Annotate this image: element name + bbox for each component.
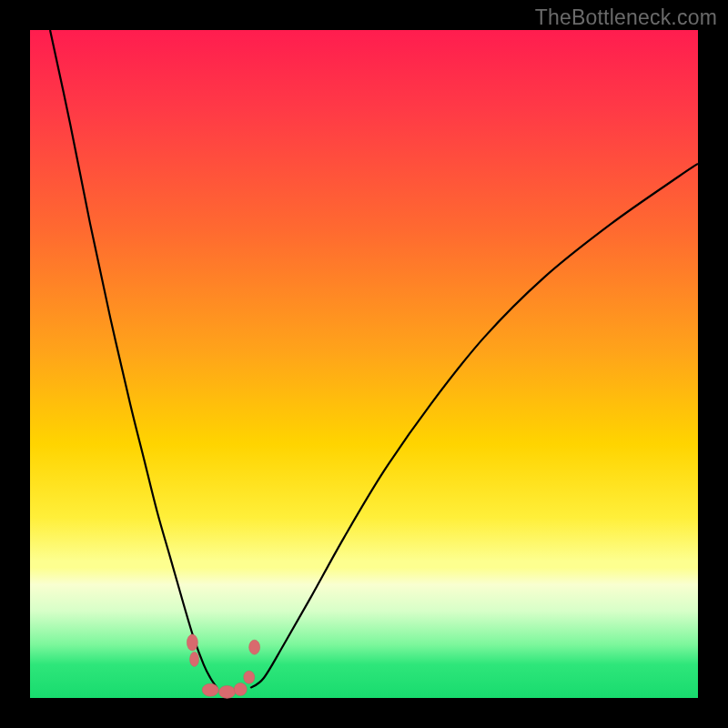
marker-cluster	[187, 634, 259, 698]
marker-blob	[219, 685, 236, 698]
marker-blob	[190, 652, 199, 666]
watermark-text: TheBottleneck.com	[535, 5, 717, 30]
chart-overlay	[30, 30, 698, 698]
curve-group	[50, 30, 698, 688]
chart-frame: TheBottleneck.com	[0, 0, 728, 728]
marker-blob	[249, 640, 260, 654]
marker-blob	[234, 682, 247, 695]
marker-blob	[202, 683, 218, 696]
left-curve	[50, 30, 217, 688]
marker-blob	[187, 634, 197, 651]
marker-blob	[244, 671, 255, 683]
right-curve	[250, 164, 698, 688]
